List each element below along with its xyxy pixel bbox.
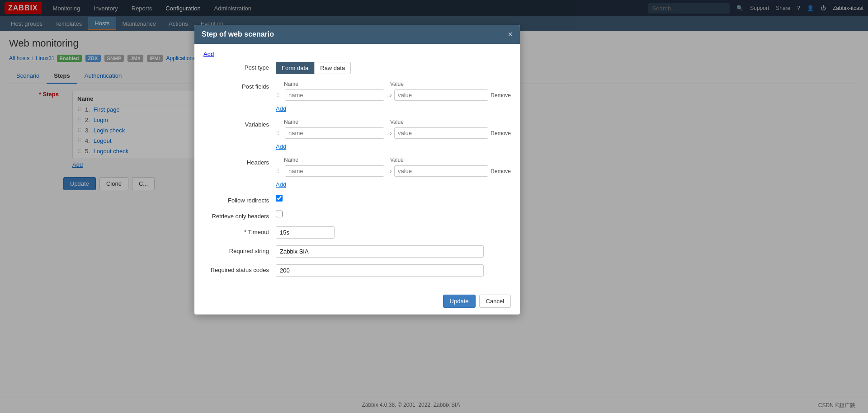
variables-remove[interactable]: Remove [491, 130, 511, 136]
headers-header: Name Value [276, 157, 511, 163]
headers-table: Name Value ⠿ ⇒ Remove [276, 157, 511, 177]
required-status-codes-label: Required status codes [203, 264, 276, 273]
retrieve-headers-wrap [276, 211, 511, 217]
headers-drag[interactable]: ⠿ [276, 168, 283, 174]
follow-redirects-wrap [276, 195, 511, 202]
variables-arrow: ⇒ [387, 130, 392, 137]
post-type-label: Post type [203, 62, 276, 71]
variables-value-input[interactable] [394, 127, 488, 139]
post-fields-remove[interactable]: Remove [491, 92, 511, 99]
follow-redirects-label: Follow redirects [203, 195, 276, 204]
headers-arrow: ⇒ [387, 168, 392, 175]
variables-label: Variables [203, 119, 276, 128]
post-type-form-data[interactable]: Form data [276, 62, 314, 74]
modal-close-button[interactable]: × [508, 30, 513, 38]
timeout-control [276, 226, 511, 239]
required-string-input[interactable] [276, 245, 484, 258]
follow-redirects-control [276, 195, 511, 202]
headers-remove[interactable]: Remove [491, 168, 511, 174]
variables-control: Name Value ⠿ ⇒ Remove Add [276, 119, 511, 150]
post-fields-name-input[interactable] [285, 89, 384, 101]
list-item: ⠿ ⇒ Remove [276, 165, 511, 177]
timeout-label: * Timeout [203, 226, 276, 235]
headers-col-value: Value [390, 157, 511, 163]
timeout-row: * Timeout [203, 226, 511, 239]
modal-title: Step of web scenario [202, 30, 274, 38]
variables-col-value: Value [390, 119, 511, 125]
retrieve-headers-row: Retrieve only headers [203, 211, 511, 220]
required-string-control [276, 245, 511, 258]
post-fields-row: Post fields Name Value ⠿ ⇒ Remove [203, 81, 511, 112]
post-type-group: Form data Raw data [276, 62, 511, 74]
list-item: ⠿ ⇒ Remove [276, 89, 511, 101]
retrieve-headers-control [276, 211, 511, 217]
post-fields-col-name: Name [284, 81, 388, 87]
post-fields-label: Post fields [203, 81, 276, 90]
follow-redirects-row: Follow redirects [203, 195, 511, 204]
required-status-codes-row: Required status codes [203, 264, 511, 277]
modal-add-top-link[interactable]: Add [203, 51, 214, 57]
post-type-control: Form data Raw data [276, 62, 511, 74]
post-fields-col-value: Value [390, 81, 511, 87]
required-status-codes-input[interactable] [276, 264, 484, 277]
variables-add-link[interactable]: Add [276, 143, 286, 150]
headers-value-input[interactable] [394, 165, 488, 177]
post-fields-add-link[interactable]: Add [276, 105, 286, 112]
modal-body: Add Post type Form data Raw data Post fi… [194, 44, 520, 290]
modal-footer: Update Cancel [194, 290, 520, 314]
headers-label: Headers [203, 157, 276, 166]
post-type-raw-data[interactable]: Raw data [314, 62, 351, 74]
post-fields-value-input[interactable] [394, 89, 488, 101]
variables-drag[interactable]: ⠿ [276, 130, 283, 136]
headers-name-input[interactable] [285, 165, 384, 177]
required-status-codes-control [276, 264, 511, 277]
required-string-row: Required string [203, 245, 511, 258]
list-item: ⠿ ⇒ Remove [276, 127, 511, 139]
step-modal: Step of web scenario × Add Post type For… [194, 25, 520, 314]
modal-update-button[interactable]: Update [443, 295, 476, 308]
variables-col-name: Name [284, 119, 388, 125]
follow-redirects-checkbox[interactable] [276, 195, 283, 202]
timeout-input[interactable] [276, 226, 335, 239]
post-fields-table: Name Value ⠿ ⇒ Remove [276, 81, 511, 101]
retrieve-headers-checkbox[interactable] [276, 211, 283, 217]
retrieve-headers-label: Retrieve only headers [203, 211, 276, 220]
modal-cancel-button[interactable]: Cancel [479, 295, 511, 308]
required-string-label: Required string [203, 245, 276, 254]
headers-add-link[interactable]: Add [276, 181, 286, 188]
variables-row: Variables Name Value ⠿ ⇒ Remove [203, 119, 511, 150]
post-fields-header: Name Value [276, 81, 511, 87]
modal-header: Step of web scenario × [194, 25, 520, 44]
headers-control: Name Value ⠿ ⇒ Remove Add [276, 157, 511, 188]
post-fields-control: Name Value ⠿ ⇒ Remove Add [276, 81, 511, 112]
variables-table: Name Value ⠿ ⇒ Remove [276, 119, 511, 139]
headers-col-name: Name [284, 157, 388, 163]
post-fields-arrow: ⇒ [387, 92, 392, 99]
post-fields-drag[interactable]: ⠿ [276, 92, 283, 99]
variables-header: Name Value [276, 119, 511, 125]
post-type-row: Post type Form data Raw data [203, 62, 511, 74]
modal-add-top: Add [203, 51, 511, 57]
variables-name-input[interactable] [285, 127, 384, 139]
headers-row: Headers Name Value ⠿ ⇒ Remove [203, 157, 511, 188]
modal-overlay: Step of web scenario × Add Post type For… [0, 0, 868, 399]
